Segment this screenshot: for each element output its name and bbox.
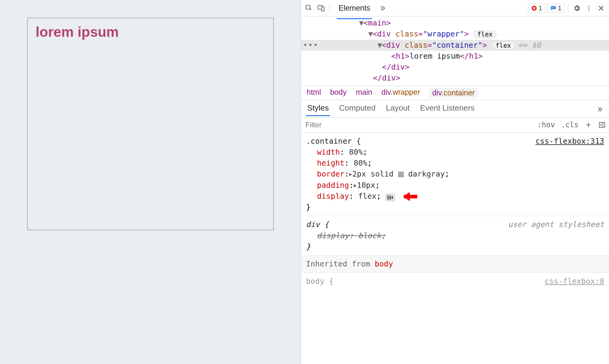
rule-source-link[interactable]: css-flexbox:313 bbox=[535, 136, 604, 147]
message-count: 1 bbox=[558, 4, 562, 12]
hov-toggle[interactable]: :hov bbox=[534, 121, 558, 129]
device-toggle-icon[interactable] bbox=[316, 3, 327, 14]
close-icon[interactable] bbox=[596, 3, 607, 14]
selected-marker: == $0 bbox=[518, 41, 541, 50]
more-tabs-icon[interactable] bbox=[377, 3, 388, 14]
svg-rect-0 bbox=[306, 5, 310, 9]
inspect-icon[interactable] bbox=[304, 3, 315, 14]
flexbox-editor-icon[interactable] bbox=[386, 194, 395, 201]
css-decl[interactable]: height: 80%; bbox=[306, 158, 604, 169]
style-rule-body-partial[interactable]: css-flexbox:8 body { bbox=[301, 273, 609, 287]
devtools-toolbar: Elements 1 1 bbox=[301, 0, 609, 16]
styles-filter-row: :hov .cls bbox=[301, 118, 609, 133]
css-decl[interactable]: display: flex; bbox=[306, 191, 604, 202]
rule-source: user agent stylesheet bbox=[508, 219, 604, 230]
error-count: 1 bbox=[539, 4, 542, 12]
crumb-container[interactable]: div.container bbox=[429, 88, 478, 98]
inherited-from-label: Inherited from body bbox=[301, 256, 609, 273]
svg-rect-4 bbox=[552, 7, 555, 7]
dom-node-close[interactable]: </div> bbox=[301, 73, 609, 84]
toggle-sidebar-icon[interactable] bbox=[595, 121, 609, 129]
tab-event-listeners[interactable]: Event Listeners bbox=[420, 103, 475, 116]
svg-rect-5 bbox=[552, 8, 554, 8]
crumb-body[interactable]: body bbox=[330, 88, 346, 98]
style-rule-div-ua[interactable]: user agent stylesheet div { display: blo… bbox=[301, 216, 609, 256]
tab-styles[interactable]: Styles bbox=[307, 103, 329, 116]
rendered-page: lorem ipsum bbox=[0, 0, 301, 364]
demo-heading: lorem ipsum bbox=[36, 24, 265, 40]
styles-filter-input[interactable] bbox=[301, 118, 534, 132]
more-subtabs-icon[interactable] bbox=[596, 106, 603, 113]
tab-layout[interactable]: Layout bbox=[386, 103, 410, 116]
dom-node-h1[interactable]: <h1>lorem ipsum</h1> bbox=[301, 51, 609, 62]
style-rule-container[interactable]: css-flexbox:313 .container { width: 80%;… bbox=[301, 133, 609, 216]
devtools-panel: Elements 1 1 ▼<main> ▼<div bbox=[301, 0, 609, 364]
dom-node-close[interactable]: </div> bbox=[301, 62, 609, 73]
dom-node-wrapper[interactable]: ▼<div class="wrapper"> flex bbox=[301, 29, 609, 39]
css-decl-overridden[interactable]: display: block; bbox=[306, 230, 604, 241]
css-decl[interactable]: width: 80%; bbox=[306, 147, 604, 158]
dom-node-container[interactable]: ••• ▼<div class="container"> flex== $0 bbox=[301, 40, 609, 51]
svg-point-6 bbox=[588, 5, 590, 7]
color-swatch[interactable] bbox=[398, 172, 404, 177]
styles-pane: css-flexbox:313 .container { width: 80%;… bbox=[301, 133, 609, 364]
dom-node-main[interactable]: ▼<main> bbox=[301, 18, 609, 29]
settings-icon[interactable] bbox=[571, 3, 582, 14]
crumb-html[interactable]: html bbox=[307, 88, 321, 98]
flex-badge[interactable]: flex bbox=[473, 30, 497, 38]
css-decl[interactable]: border: ▶ 2px solid darkgray; bbox=[306, 169, 604, 180]
message-badge[interactable]: 1 bbox=[547, 4, 565, 13]
svg-point-8 bbox=[588, 9, 590, 11]
styles-subtabs: Styles Computed Layout Event Listeners bbox=[301, 100, 609, 118]
rule-close-brace: } bbox=[306, 241, 604, 252]
tab-computed[interactable]: Computed bbox=[339, 103, 376, 116]
svg-rect-2 bbox=[322, 7, 324, 11]
cls-toggle[interactable]: .cls bbox=[558, 121, 582, 129]
error-badge[interactable]: 1 bbox=[528, 4, 546, 13]
rule-close-brace: } bbox=[306, 202, 604, 213]
dom-tree[interactable]: ▼<main> ▼<div class="wrapper"> flex ••• … bbox=[301, 16, 609, 86]
flex-badge[interactable]: flex bbox=[492, 42, 515, 50]
container-box: lorem ipsum bbox=[27, 18, 274, 230]
kebab-menu-icon[interactable] bbox=[583, 3, 594, 14]
crumb-wrapper[interactable]: div.wrapper bbox=[381, 88, 420, 98]
annotation-arrow bbox=[399, 193, 417, 199]
breadcrumb: html body main div.wrapper div.container bbox=[301, 86, 609, 100]
tab-elements[interactable]: Elements bbox=[333, 1, 376, 15]
svg-point-7 bbox=[588, 8, 590, 9]
new-style-rule-icon[interactable] bbox=[582, 121, 595, 129]
crumb-main[interactable]: main bbox=[356, 88, 372, 98]
css-decl[interactable]: padding: ▶ 10px; bbox=[306, 180, 604, 191]
